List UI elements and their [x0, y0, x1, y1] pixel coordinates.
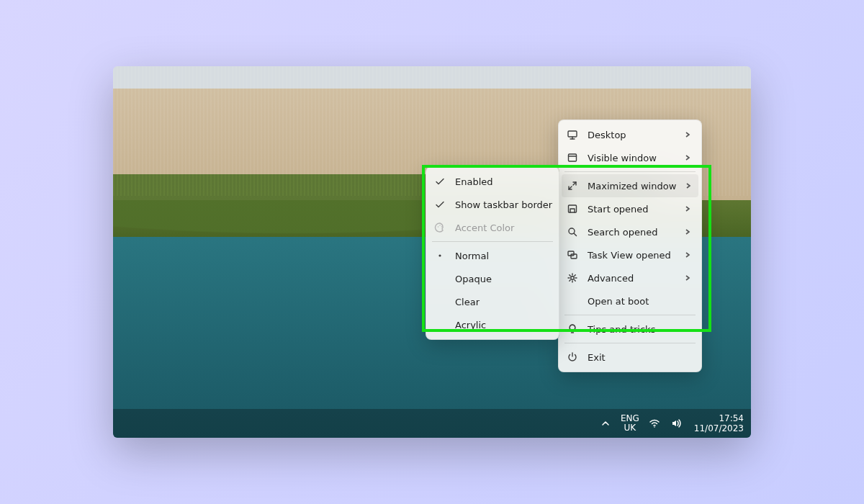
main-menu-item-desktop[interactable]: Desktop	[562, 123, 698, 146]
main-menu-item-label: Visible window	[588, 153, 675, 163]
submenu-item-clear[interactable]: Clear	[429, 290, 556, 313]
clock[interactable]: 17:54 11/07/2023	[694, 413, 744, 434]
main-menu-item-task-view-opened[interactable]: Task View opened	[562, 243, 698, 266]
clock-date: 11/07/2023	[694, 423, 744, 433]
main-menu-item-label: Advanced	[588, 273, 675, 284]
blank-icon	[433, 272, 446, 285]
main-menu-item-exit[interactable]: Exit	[562, 346, 698, 369]
menu-separator	[564, 343, 696, 343]
submenu-item-label: Normal	[455, 251, 549, 261]
submenu-item-label: Enabled	[455, 176, 549, 187]
main-menu-item-label: Tips and tricks	[588, 324, 691, 335]
check-icon	[433, 175, 446, 188]
maximize-icon	[566, 179, 579, 192]
check-icon	[433, 198, 446, 211]
svg-point-8	[439, 225, 440, 225]
language-indicator[interactable]: ENG UK	[621, 414, 639, 433]
main-menu-item-advanced[interactable]: Advanced	[562, 266, 698, 289]
main-menu-item-label: Open at boot	[588, 296, 691, 307]
submenu-item-label: Opaque	[455, 274, 549, 284]
clock-time: 17:54	[694, 413, 744, 423]
tray-overflow-chevron-icon[interactable]	[599, 417, 612, 430]
chevron-right-icon	[684, 274, 691, 282]
svg-rect-0	[568, 131, 577, 137]
main-menu-item-label: Task View opened	[588, 250, 675, 261]
submenu-item-accent-color: Accent Color	[429, 216, 556, 239]
dot-icon	[433, 249, 446, 262]
taskbar: ENG UK 17:54 11/07/2023	[113, 409, 751, 438]
svg-point-11	[654, 426, 655, 428]
svg-rect-1	[569, 154, 577, 161]
power-icon	[566, 351, 579, 364]
menu-separator	[564, 171, 696, 172]
menu-separator	[564, 315, 696, 315]
desktop-icon	[566, 128, 579, 141]
menu-separator	[432, 241, 553, 242]
svg-point-7	[438, 226, 438, 227]
chevron-right-icon	[684, 205, 691, 212]
desktop-screenshot: DesktopVisible windowMaximized windowSta…	[113, 66, 751, 438]
submenu-item-label: Accent Color	[455, 222, 549, 233]
language-bottom: UK	[621, 423, 639, 433]
submenu-item-label: Show taskbar border	[455, 199, 552, 210]
chevron-right-icon	[684, 154, 691, 161]
main-menu-item-label: Maximized window	[588, 181, 676, 192]
main-menu-item-label: Exit	[588, 352, 691, 363]
main-menu-item-label: Search opened	[588, 227, 675, 238]
main-menu-item-start-opened[interactable]: Start opened	[562, 197, 698, 220]
blank-icon	[433, 295, 446, 308]
main-menu-item-label: Desktop	[588, 130, 675, 140]
context-menu-sub: EnabledShow taskbar borderAccent ColorNo…	[426, 166, 559, 340]
main-menu-item-label: Start opened	[588, 204, 675, 215]
main-menu-item-maximized-window[interactable]: Maximized window	[562, 174, 698, 197]
svg-point-9	[441, 226, 442, 227]
bulb-icon	[566, 323, 579, 336]
blank-icon	[566, 294, 579, 307]
submenu-item-label: Clear	[455, 297, 549, 307]
submenu-item-enabled[interactable]: Enabled	[429, 170, 556, 193]
svg-point-10	[438, 254, 441, 256]
chevron-right-icon	[684, 131, 691, 138]
wifi-icon[interactable]	[648, 417, 661, 430]
submenu-item-show-taskbar-border[interactable]: Show taskbar border	[429, 193, 556, 216]
start-icon	[566, 202, 579, 215]
gear-icon	[566, 271, 579, 284]
main-menu-item-open-at-boot[interactable]: Open at boot	[562, 289, 698, 312]
palette-icon	[433, 221, 446, 234]
submenu-item-label: Acrylic	[455, 320, 549, 330]
submenu-item-acrylic[interactable]: Acrylic	[429, 313, 556, 336]
main-menu-item-tips-and-tricks[interactable]: Tips and tricks	[562, 318, 698, 341]
chevron-right-icon	[684, 228, 691, 235]
blank-icon	[433, 318, 446, 331]
search-icon	[566, 225, 579, 238]
submenu-item-normal[interactable]: Normal	[429, 244, 556, 267]
taskview-icon	[566, 248, 579, 261]
window-icon	[566, 151, 579, 164]
main-menu-item-visible-window[interactable]: Visible window	[562, 146, 698, 169]
context-menu-main: DesktopVisible windowMaximized windowSta…	[558, 120, 702, 372]
volume-icon[interactable]	[670, 417, 683, 430]
submenu-item-opaque[interactable]: Opaque	[429, 267, 556, 290]
main-menu-item-search-opened[interactable]: Search opened	[562, 220, 698, 243]
chevron-right-icon	[685, 182, 692, 189]
svg-point-6	[571, 276, 574, 279]
chevron-right-icon	[684, 251, 691, 258]
